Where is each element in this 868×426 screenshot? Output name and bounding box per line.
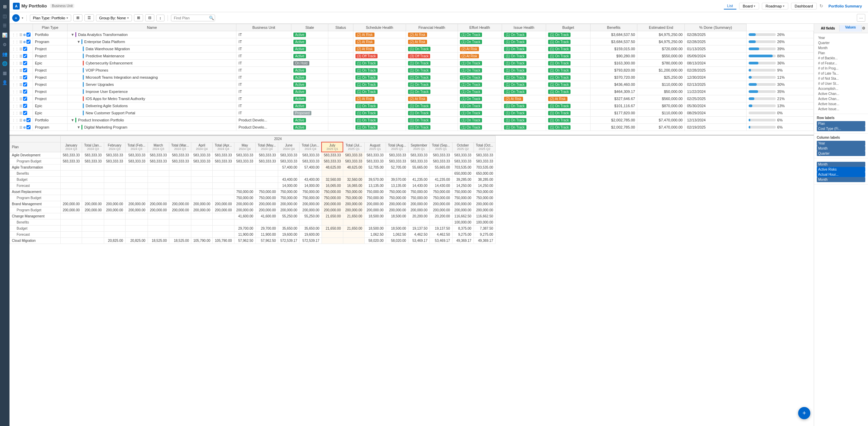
filter-btn[interactable]: ⊟ <box>145 14 154 21</box>
plan-name-cell[interactable]: New Customer Support Portal <box>67 110 236 117</box>
drag-icon[interactable]: ⋮⋮ <box>12 47 19 51</box>
column-label-item[interactable]: Year <box>817 141 865 146</box>
row-menu-icon[interactable]: ☰ <box>19 90 22 94</box>
row-checkbox[interactable] <box>23 97 27 101</box>
field-item[interactable]: # of Late Ta... <box>817 71 865 76</box>
row-menu-icon[interactable]: ☰ <box>19 104 22 108</box>
row-checkbox[interactable] <box>23 82 27 86</box>
add-dropdown-arrow[interactable]: ▾ <box>22 16 23 20</box>
row-checkbox[interactable] <box>23 54 27 58</box>
sidebar-settings-icon[interactable]: ⚙ <box>1 41 8 48</box>
list-view-btn[interactable]: List <box>724 3 736 9</box>
sidebar-user-icon[interactable]: 👤 <box>1 79 8 86</box>
drag-icon[interactable]: ⋮⋮ <box>12 118 19 122</box>
row-checkbox[interactable] <box>23 75 27 79</box>
row-label-item[interactable]: Plan <box>817 121 865 126</box>
plan-type-btn[interactable]: Plan Type: Portfolio ▾ <box>30 15 71 21</box>
tab-values[interactable]: Values <box>840 25 862 32</box>
drag-icon[interactable]: ⋮⋮ <box>12 69 19 72</box>
sidebar-reports-icon[interactable]: 📊 <box>1 31 8 39</box>
expand-icon[interactable]: ▼ <box>71 118 74 122</box>
drag-icon[interactable]: ⋮⋮ <box>12 97 19 101</box>
add-row-icon[interactable]: ⊕ <box>23 118 26 122</box>
row-checkbox[interactable] <box>26 125 31 129</box>
plan-name-cell[interactable]: Cybersecurity Enhancement <box>67 60 236 67</box>
plan-name-cell[interactable]: ▼Enterprise Data Platform <box>67 38 236 45</box>
group-by-btn[interactable]: Group By: None ▾ <box>96 15 132 21</box>
expand-icon[interactable]: ▼ <box>71 33 74 37</box>
values-item[interactable]: Month <box>817 177 865 182</box>
row-label-item[interactable]: Cost Type (Fi... <box>817 126 865 131</box>
row-checkbox[interactable] <box>26 118 31 122</box>
view-toggle-btn2[interactable]: ☰ <box>84 14 94 21</box>
values-item[interactable]: Month <box>817 162 865 167</box>
plan-name-cell[interactable]: ▼Digital Marketing Program <box>67 124 236 131</box>
column-label-item[interactable]: Quarter <box>817 151 865 156</box>
field-item[interactable]: Active Chan... <box>817 91 865 96</box>
row-checkbox[interactable] <box>23 111 27 115</box>
gear-icon[interactable]: ⚙ <box>862 26 865 31</box>
drag-icon[interactable]: ⋮⋮ <box>12 40 19 44</box>
plan-name-cell[interactable]: Predictive Maintenance <box>67 53 236 60</box>
row-checkbox[interactable] <box>23 61 27 65</box>
plan-name-cell[interactable]: ▼Product Innovation Portfolio <box>67 117 236 124</box>
columns-btn[interactable]: ⊞ <box>134 14 143 21</box>
plan-name-cell[interactable]: Delivering Agile Solutions <box>67 102 236 110</box>
add-row-icon[interactable]: ⊕ <box>23 33 26 37</box>
row-menu-icon[interactable]: ☰ <box>19 83 22 86</box>
drag-icon[interactable]: ⋮⋮ <box>12 104 19 108</box>
field-item[interactable]: Active Issue... <box>817 106 865 112</box>
tab-all-fields[interactable]: All fields <box>817 25 840 32</box>
more-options-btn[interactable]: ··· <box>857 14 865 22</box>
row-menu-icon[interactable]: ☰ <box>19 54 22 58</box>
add-plan-btn[interactable]: + <box>12 14 20 22</box>
drag-icon[interactable]: ⋮⋮ <box>12 83 19 86</box>
field-item[interactable]: # of In Prog... <box>817 66 865 71</box>
row-menu-icon[interactable]: ☰ <box>19 111 22 115</box>
find-plan-input[interactable] <box>171 15 215 21</box>
values-item[interactable]: Actual Hour... <box>817 172 865 177</box>
row-menu-icon[interactable]: ☰ <box>19 33 22 37</box>
column-label-item[interactable]: Month <box>817 146 865 151</box>
drag-icon[interactable]: ⋮⋮ <box>12 125 19 129</box>
dashboard-view-btn[interactable]: Dashboard <box>791 3 817 9</box>
fab-btn[interactable]: + <box>798 407 810 419</box>
plan-name-cell[interactable]: VOIP Phones <box>67 67 236 74</box>
field-item[interactable]: Active Chan... <box>817 96 865 101</box>
row-checkbox[interactable] <box>26 33 31 37</box>
row-menu-icon[interactable]: ☰ <box>19 125 22 129</box>
row-menu-icon[interactable]: ☰ <box>19 76 22 79</box>
row-menu-icon[interactable]: ☰ <box>19 47 22 51</box>
row-menu-icon[interactable]: ☰ <box>19 61 22 65</box>
field-item[interactable]: Month <box>817 45 865 51</box>
add-row-icon[interactable]: ⊕ <box>23 125 26 129</box>
board-view-btn[interactable]: Board ▾ <box>739 3 759 9</box>
sort-btn[interactable]: ↕ <box>156 15 165 21</box>
field-item[interactable]: Active Issue... <box>817 101 865 106</box>
row-checkbox[interactable] <box>23 104 27 108</box>
drag-icon[interactable]: ⋮⋮ <box>12 33 19 37</box>
sidebar-portfolio-icon[interactable]: ◫ <box>1 12 8 20</box>
expand-icon[interactable]: ▼ <box>77 125 80 129</box>
field-item[interactable]: # of Not Sta... <box>817 76 865 81</box>
row-menu-icon[interactable]: ☰ <box>19 69 22 72</box>
portfolio-summary-btn[interactable]: Portfolio Summary <box>826 3 865 9</box>
field-item[interactable]: Plan <box>817 51 865 56</box>
drag-icon[interactable]: ⋮⋮ <box>12 61 19 65</box>
row-checkbox[interactable] <box>23 90 27 94</box>
drag-icon[interactable]: ⋮⋮ <box>12 54 19 58</box>
plan-name-cell[interactable]: Microsoft Teams Integration and messagin… <box>67 74 236 81</box>
plan-name-cell[interactable]: IOS Apps for Metro Transit Authority <box>67 95 236 102</box>
row-checkbox[interactable] <box>23 68 27 72</box>
sidebar-globe-icon[interactable]: 🌐 <box>1 60 8 67</box>
roadmap-view-btn[interactable]: Roadmap ▾ <box>762 3 788 9</box>
plan-name-cell[interactable]: Server Upgrades <box>67 81 236 88</box>
row-checkbox[interactable] <box>26 40 31 44</box>
sidebar-team-icon[interactable]: 👥 <box>1 50 8 58</box>
plan-name-cell[interactable]: Data Warehouse Migration <box>67 45 236 53</box>
sidebar-grid-icon[interactable]: ▦ <box>1 69 8 77</box>
field-item[interactable]: Accomplish... <box>817 86 865 91</box>
sidebar-home-icon[interactable]: ⊞ <box>1 3 8 10</box>
drag-icon[interactable]: ⋮⋮ <box>12 111 19 115</box>
values-item[interactable]: Active Risks <box>817 167 865 172</box>
